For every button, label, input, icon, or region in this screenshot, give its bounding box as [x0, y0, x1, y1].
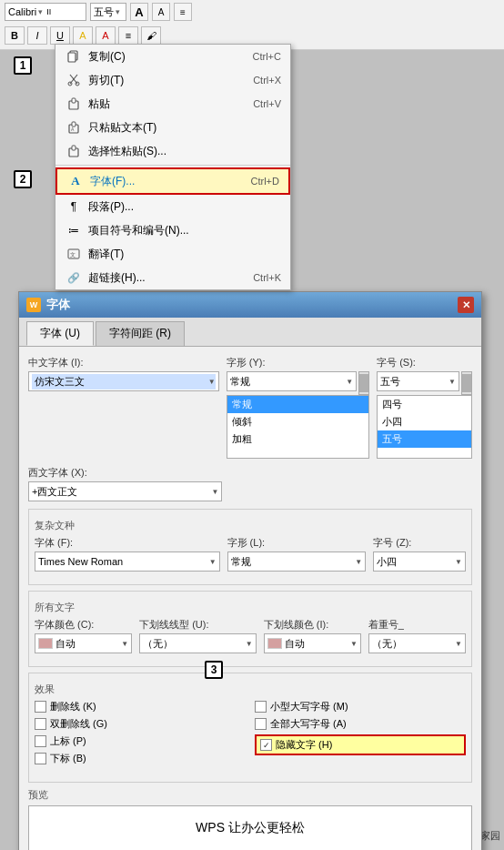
- hidden-text-checkbox[interactable]: [260, 739, 272, 751]
- menu-item-copy[interactable]: 复制(C) Ctrl+C: [55, 45, 290, 68]
- all-caps-checkbox[interactable]: [255, 718, 267, 730]
- underline-color-select[interactable]: 自动 ▼: [264, 633, 361, 653]
- double-strikethrough-checkbox[interactable]: [35, 718, 46, 730]
- underline-style-value: （无）: [143, 637, 173, 651]
- emphasis-select[interactable]: （无） ▼: [368, 633, 466, 653]
- font-style-arrow: ▼: [346, 378, 353, 386]
- complex-style-arrow: ▼: [355, 558, 362, 566]
- menu-item-translate[interactable]: 文 翻译(T): [55, 242, 290, 266]
- copy-icon: [65, 48, 83, 65]
- menu-item-hyperlink[interactable]: 🔗 超链接(H)... Ctrl+K: [55, 266, 290, 289]
- subscript-checkbox[interactable]: [35, 753, 46, 764]
- menu-item-cut[interactable]: 剪切(T) Ctrl+X: [55, 68, 290, 92]
- font-size-box[interactable]: 五号 ▾: [90, 3, 126, 21]
- menu-item-paragraph[interactable]: ¶ 段落(P)...: [55, 195, 290, 218]
- annotation-1: 1: [14, 56, 32, 75]
- effects-section: 效果 删除线 (K) 双删除线 (G) 上标 (P): [28, 673, 472, 783]
- complex-size-arrow: ▼: [455, 558, 462, 566]
- underline-btn[interactable]: U: [50, 26, 70, 45]
- strikethrough-checkbox[interactable]: [35, 701, 46, 713]
- font-size-label: 字号 (S):: [377, 356, 472, 369]
- decrease-font-btn[interactable]: A: [152, 3, 170, 21]
- superscript-label: 上标 (P): [50, 734, 86, 748]
- font-style-item-italic[interactable]: 倾斜: [227, 413, 368, 430]
- complex-font-group: 字体 (F): Times New Roman ▼: [35, 536, 220, 572]
- complex-size-value: 小四: [377, 555, 397, 569]
- font-style-select[interactable]: 常规 ▼: [227, 371, 357, 391]
- font-size-scrollbar[interactable]: [461, 371, 472, 395]
- font-color-value: 自动: [55, 637, 76, 651]
- western-font-arrow: ▼: [211, 488, 218, 496]
- hyperlink-icon: 🔗: [65, 269, 83, 286]
- italic-btn[interactable]: I: [27, 26, 47, 45]
- underline-style-label: 下划线线型 (U):: [139, 618, 257, 632]
- all-caps-item: 全部大写字母 (A): [255, 717, 466, 731]
- dialog-close-btn[interactable]: ✕: [458, 297, 474, 313]
- menu-item-paste-text[interactable]: A 只粘贴文本(T): [55, 116, 290, 139]
- svg-rect-7: [72, 98, 76, 103]
- all-text-row: 字体颜色 (C): 自动 ▼ 下划线线型 (U): （无） ▼ 下划线颜色 (: [35, 618, 466, 653]
- complex-style-group: 字形 (L): 常规 ▼: [227, 536, 367, 572]
- font-dialog: W 字体 ✕ 字体 (U) 字符间距 (R) 中文字体 (I): 仿宋文三文 ▼…: [18, 291, 482, 850]
- paste-icon: [65, 96, 83, 112]
- effects-area: 删除线 (K) 双删除线 (G) 上标 (P) 下标 (B): [35, 700, 466, 769]
- font-color-swatch: [38, 638, 53, 649]
- complex-size-group: 字号 (Z): 小四 ▼: [373, 536, 466, 572]
- highlight-btn[interactable]: A: [73, 26, 93, 45]
- font-label: 字体(F)...: [90, 174, 242, 189]
- font-style-scrollbar[interactable]: [358, 371, 369, 395]
- effects-label: 效果: [35, 683, 466, 696]
- menu-item-font[interactable]: A 字体(F)... Ctrl+D: [55, 167, 290, 195]
- svg-text:文: 文: [70, 251, 76, 258]
- menu-separator-1: [55, 165, 290, 166]
- font-size-item-sihao[interactable]: 四号: [378, 396, 471, 413]
- all-text-label: 所有文字: [35, 601, 466, 614]
- paint-btn[interactable]: 🖌: [141, 26, 161, 45]
- tab-char-spacing[interactable]: 字符间距 (R): [96, 321, 185, 346]
- complex-font-label: 字体 (F):: [35, 536, 220, 550]
- complex-size-select[interactable]: 小四 ▼: [373, 551, 466, 572]
- font-style-scroll-thumb: [359, 374, 368, 392]
- hidden-text-item: 隐藏文字 (H): [255, 734, 466, 755]
- cut-shortcut: Ctrl+X: [253, 75, 281, 86]
- bold-btn[interactable]: B: [5, 26, 25, 45]
- western-font-select[interactable]: +西文正文 ▼: [28, 481, 222, 501]
- superscript-checkbox[interactable]: [35, 735, 46, 747]
- increase-font-btn[interactable]: A: [130, 3, 148, 21]
- complex-style-select[interactable]: 常规 ▼: [227, 551, 367, 572]
- align-btn[interactable]: ≡: [118, 26, 138, 45]
- font-color-label: 字体颜色 (C):: [35, 618, 132, 632]
- font-color-btn[interactable]: A: [96, 26, 116, 45]
- annotation-3: 3: [205, 661, 223, 679]
- font-style-value: 常规: [230, 375, 250, 389]
- underline-color-group: 下划线颜色 (I): 自动 ▼: [264, 618, 361, 653]
- emphasis-group: 着重号_ （无） ▼: [368, 618, 466, 653]
- font-style-item-bold[interactable]: 加粗: [227, 430, 368, 448]
- chinese-font-select[interactable]: 仿宋文三文 ▼: [28, 371, 219, 391]
- underline-style-select[interactable]: （无） ▼: [139, 633, 257, 653]
- menu-item-paste-select[interactable]: 选择性粘贴(S)...: [55, 139, 290, 163]
- font-size-item-xiaosi[interactable]: 小四: [378, 413, 471, 430]
- menu-item-bullets[interactable]: ≔ 项目符号和编号(N)...: [55, 218, 290, 242]
- complex-font-select[interactable]: Times New Roman ▼: [35, 551, 220, 572]
- font-size-select[interactable]: 五号 ▼: [377, 371, 459, 391]
- double-strikethrough-item: 双删除线 (G): [35, 717, 246, 731]
- font-style-item-regular[interactable]: 常规: [227, 396, 368, 413]
- small-caps-checkbox[interactable]: [255, 701, 267, 713]
- underline-color-value: 自动: [285, 637, 305, 651]
- menu-item-paste[interactable]: 粘贴 Ctrl+V: [55, 92, 290, 116]
- western-font-row: 西文字体 (X): +西文正文 ▼: [28, 466, 472, 501]
- font-style-label: 字形 (Y):: [227, 356, 369, 369]
- complex-font-arrow: ▼: [209, 558, 217, 566]
- font-style-listbox: 常规 倾斜 加粗: [227, 395, 369, 459]
- all-caps-label: 全部大写字母 (A): [270, 717, 347, 731]
- tab-font[interactable]: 字体 (U): [26, 321, 94, 346]
- chinese-font-group: 中文字体 (I): 仿宋文三文 ▼: [28, 356, 219, 459]
- small-caps-label: 小型大写字母 (M): [270, 700, 348, 713]
- clear-format-btn[interactable]: ≡: [174, 3, 192, 21]
- font-size-item-wuhao[interactable]: 五号: [378, 430, 471, 448]
- font-name-box[interactable]: Calibri ▾ II: [5, 3, 86, 21]
- font-color-select[interactable]: 自动 ▼: [35, 633, 132, 653]
- font-size-value: 五号: [94, 5, 114, 19]
- effects-right-col: 小型大写字母 (M) 全部大写字母 (A) 隐藏文字 (H): [255, 700, 466, 769]
